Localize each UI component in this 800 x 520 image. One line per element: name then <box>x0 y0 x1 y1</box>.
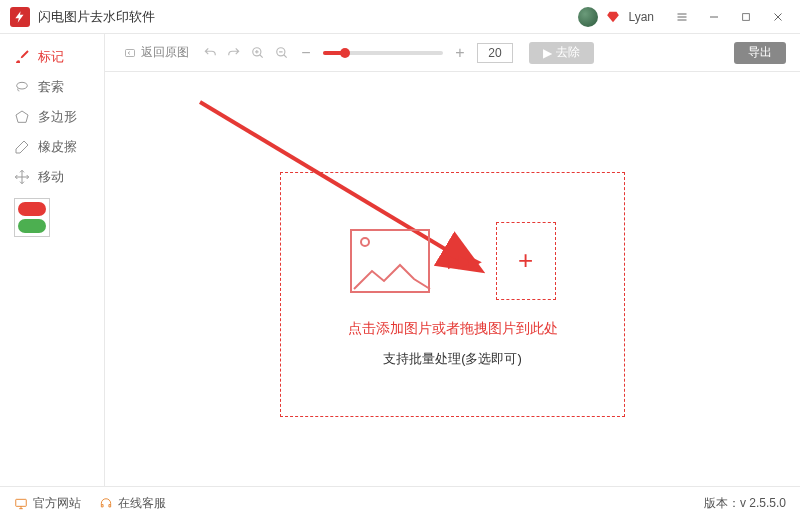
lasso-icon <box>14 79 30 95</box>
titlebar: 闪电图片去水印软件 Lyan <box>0 0 800 34</box>
online-support-link[interactable]: 在线客服 <box>99 495 166 512</box>
tool-move[interactable]: 移动 <box>0 162 104 192</box>
back-original-label: 返回原图 <box>141 44 189 61</box>
tool-eraser[interactable]: 橡皮擦 <box>0 132 104 162</box>
undo-button[interactable] <box>203 46 217 60</box>
redo-button[interactable] <box>227 46 241 60</box>
play-icon: ▶ <box>543 46 552 60</box>
canvas-area: ▶▶▶ + 点击添加图片或者拖拽图片到此处 支持批量处理(多选即可) <box>105 72 800 486</box>
zoom-out-button[interactable] <box>275 46 289 60</box>
brush-icon <box>14 49 30 65</box>
support-label: 在线客服 <box>118 495 166 512</box>
svg-rect-7 <box>16 499 27 506</box>
dropzone[interactable]: ▶▶▶ + 点击添加图片或者拖拽图片到此处 支持批量处理(多选即可) <box>280 172 625 417</box>
tool-mark[interactable]: 标记 <box>0 42 104 72</box>
sidebar: 标记 套索 多边形 橡皮擦 移动 <box>0 34 105 486</box>
maximize-button[interactable] <box>734 5 758 29</box>
back-icon <box>123 47 137 59</box>
headset-icon <box>99 497 113 511</box>
svg-point-1 <box>17 82 28 89</box>
avatar[interactable] <box>578 7 598 27</box>
dropzone-text-primary: 点击添加图片或者拖拽图片到此处 <box>348 320 558 338</box>
add-target-box: + <box>496 222 556 300</box>
tool-polygon[interactable]: 多边形 <box>0 102 104 132</box>
svg-rect-3 <box>126 49 135 56</box>
plus-icon: + <box>518 245 533 276</box>
export-label: 导出 <box>748 44 772 61</box>
tool-eraser-label: 橡皮擦 <box>38 138 77 156</box>
tool-move-label: 移动 <box>38 168 64 186</box>
eraser-icon <box>14 139 30 155</box>
export-button[interactable]: 导出 <box>734 42 786 64</box>
back-original-button[interactable]: 返回原图 <box>119 42 193 63</box>
app-title: 闪电图片去水印软件 <box>38 8 578 26</box>
version-text: 版本：v 2.5.5.0 <box>704 495 786 512</box>
app-logo-icon <box>10 7 30 27</box>
zoom-slider[interactable] <box>323 51 443 55</box>
image-placeholder-icon <box>350 229 430 293</box>
swatch-red[interactable] <box>18 202 46 216</box>
color-swatches <box>14 198 50 237</box>
dropzone-graphics: ▶▶▶ + <box>350 222 556 300</box>
tool-lasso[interactable]: 套索 <box>0 72 104 102</box>
tool-lasso-label: 套索 <box>38 78 64 96</box>
website-label: 官方网站 <box>33 495 81 512</box>
tool-mark-label: 标记 <box>38 48 64 66</box>
official-website-link[interactable]: 官方网站 <box>14 495 81 512</box>
minimize-button[interactable] <box>702 5 726 29</box>
swatch-green[interactable] <box>18 219 46 233</box>
slider-minus[interactable]: − <box>299 46 313 60</box>
zoom-in-button[interactable] <box>251 46 265 60</box>
close-button[interactable] <box>766 5 790 29</box>
monitor-icon <box>14 497 28 511</box>
vip-diamond-icon[interactable] <box>606 10 620 24</box>
svg-marker-2 <box>16 111 28 122</box>
tool-polygon-label: 多边形 <box>38 108 77 126</box>
remove-button[interactable]: ▶ 去除 <box>529 42 594 64</box>
slider-plus[interactable]: + <box>453 46 467 60</box>
dropzone-text-secondary: 支持批量处理(多选即可) <box>383 350 522 368</box>
zoom-value[interactable]: 20 <box>477 43 513 63</box>
toolbar: 返回原图 − + 20 ▶ 去除 导出 <box>105 34 800 72</box>
polygon-icon <box>14 109 30 125</box>
transfer-arrows-icon: ▶▶▶ <box>448 250 478 272</box>
menu-button[interactable] <box>670 5 694 29</box>
username[interactable]: Lyan <box>628 10 654 24</box>
move-icon <box>14 169 30 185</box>
footer: 官方网站 在线客服 版本：v 2.5.5.0 <box>0 486 800 520</box>
svg-rect-0 <box>743 13 750 20</box>
remove-label: 去除 <box>556 44 580 61</box>
